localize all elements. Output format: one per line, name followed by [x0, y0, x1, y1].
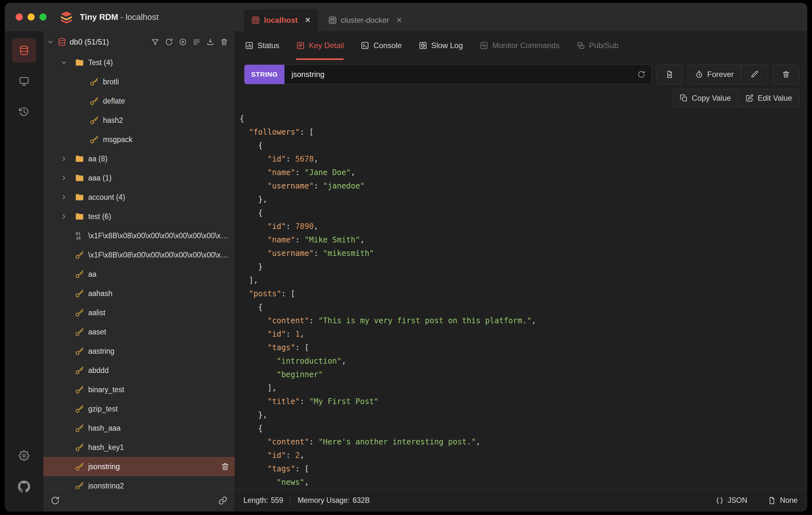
tab-status[interactable]: Status [245, 31, 279, 60]
tree-key-gzip-test[interactable]: gzip_test [43, 399, 235, 419]
view-as-select[interactable]: JSON [716, 496, 747, 505]
json-line: }, [239, 408, 807, 422]
chevron-right-icon[interactable] [59, 193, 75, 201]
database-label: db0 (51/51) [69, 37, 109, 47]
chevron-right-icon[interactable] [59, 212, 75, 220]
key-browser-panel: db0 (51/51) Test (4)brotlideflatehash2ms… [43, 31, 235, 512]
tab-pub-sub[interactable]: Pub/Sub [576, 31, 619, 60]
filter-button[interactable] [151, 38, 160, 46]
tab-key-detail[interactable]: Key Detail [296, 31, 344, 60]
connection-tab-cluster-docker[interactable]: cluster-docker✕ [321, 9, 409, 31]
list-view-icon [193, 38, 201, 46]
tree-key-brotli[interactable]: brotli [43, 72, 235, 91]
tree-key-aalist[interactable]: aalist [43, 303, 235, 322]
tree-folder-aaa-1[interactable]: aaa (1) [43, 168, 235, 188]
tree-folder-test-6[interactable]: test (6) [43, 207, 235, 226]
json-line: { [239, 139, 807, 152]
pubsub-icon [576, 41, 585, 50]
tree-key-aa[interactable]: aa [43, 264, 235, 284]
tree-item-label: Test (4) [88, 58, 230, 67]
tab-monitor-commands[interactable]: Monitor Commands [480, 31, 559, 60]
json-line: "id": 5678, [239, 152, 807, 166]
tree-key-msgpack[interactable]: msgpack [43, 130, 235, 149]
monitor-icon [19, 76, 29, 87]
decode-select[interactable]: None [768, 496, 798, 505]
chevron-right-icon[interactable] [59, 174, 75, 182]
key-name-value: jsonstring [291, 70, 637, 79]
copy-value-button[interactable]: Copy Value [672, 89, 738, 108]
edit-value-button[interactable]: Edit Value [738, 89, 800, 108]
tree-item-label: deflate [103, 97, 230, 106]
tree-key-hash2[interactable]: hash2 [43, 111, 235, 130]
delete-key-icon[interactable] [221, 462, 230, 471]
tree-key-aastring[interactable]: aastring [43, 342, 235, 361]
tree-item-label: jsonstring [88, 462, 218, 471]
tree-item-label: aastring [88, 347, 230, 355]
chevron-down-icon[interactable] [59, 59, 75, 66]
tree-item-label: binary_test [88, 385, 230, 394]
key-toolbar: STRING jsonstring Forever [235, 64, 807, 84]
ttl-label: Forever [707, 70, 734, 79]
reload-keys-button[interactable] [50, 496, 60, 505]
list-view-button[interactable] [193, 38, 201, 46]
tree-item-label: aa [88, 270, 230, 279]
delete-key-button[interactable] [773, 64, 800, 84]
memory-status: Memory Usage: 632B [298, 496, 370, 505]
tree-key-aaset[interactable]: aaset [43, 322, 235, 342]
tab-close-icon[interactable]: ✕ [304, 16, 311, 24]
connection-tab-localhost[interactable]: localhost✕ [244, 9, 318, 31]
minimize-window-button[interactable] [28, 13, 35, 21]
tree-folder-account-4[interactable]: account (4) [43, 188, 235, 207]
tree-key-x1f-x8b-x08-x00-x00-x00-x00-[interactable]: \x1F\x8B\x08\x00\x00\x00\x00\x00\x00\x03… [43, 245, 235, 264]
tree-key-jsonstring2[interactable]: jsonstring2 [43, 476, 235, 489]
ttl-button[interactable]: Forever [688, 64, 741, 84]
zoom-window-button[interactable] [39, 13, 47, 21]
tab-console[interactable]: Console [360, 31, 402, 60]
folder-icon [75, 212, 84, 221]
key-name-field[interactable]: STRING jsonstring [244, 64, 651, 84]
github-icon [18, 480, 30, 492]
database-icon [57, 37, 66, 47]
tab-slow-log[interactable]: Slow Log [418, 31, 463, 60]
tree-key-deflate[interactable]: deflate [43, 91, 235, 111]
database-header[interactable]: db0 (51/51) [43, 31, 235, 53]
tree-folder-aa-8[interactable]: aa (8) [43, 149, 235, 168]
key-icon [75, 250, 84, 260]
rail-server-button[interactable] [12, 69, 36, 93]
refresh-icon [165, 38, 173, 46]
tree-key-hash-aaa[interactable]: hash_aaa [43, 419, 235, 438]
add-button[interactable] [179, 38, 187, 46]
tree-key-binary-test[interactable]: binary_test [43, 380, 235, 399]
rail-database-button[interactable] [12, 38, 36, 62]
ttl-group: Forever [688, 64, 768, 84]
tree-item-label: \x1F\x8B\x08\x00\x00\x00\x00\x00\x00\x03… [88, 231, 230, 240]
chevron-down-icon [60, 59, 68, 66]
rail-settings-button[interactable] [12, 444, 36, 468]
tree-key-jsonstring[interactable]: jsonstring [43, 457, 235, 476]
tree-key-abddd[interactable]: abddd [43, 361, 235, 380]
copy-key-button[interactable] [656, 64, 683, 84]
tree-key-hash-key1[interactable]: hash_key1 [43, 438, 235, 457]
trash-button[interactable] [220, 38, 228, 46]
json-line: "id": 2, [239, 449, 807, 462]
slow-log-icon [418, 41, 428, 50]
chevron-down-icon[interactable] [47, 38, 54, 46]
value-viewer[interactable]: { "followers": [ { "id": 5678, "name": "… [235, 108, 807, 489]
tree-key-aahash[interactable]: aahash [43, 284, 235, 303]
import-button[interactable] [206, 38, 214, 46]
link-button[interactable] [218, 496, 228, 505]
refresh-icon[interactable] [637, 70, 645, 79]
rail-history-button[interactable] [12, 100, 36, 124]
refresh-button[interactable] [165, 38, 173, 46]
chevron-right-icon[interactable] [59, 155, 75, 163]
tree-folder-test-4[interactable]: Test (4) [43, 53, 235, 72]
json-line: { [239, 206, 807, 220]
close-window-button[interactable] [16, 13, 23, 21]
tab-close-icon[interactable]: ✕ [396, 16, 402, 24]
braces-icon [716, 496, 724, 505]
tree-key-x1f-x8b-x08-x00-x00-x00-x00-[interactable]: 0110\x1F\x8B\x08\x00\x00\x00\x00\x00\x00… [43, 226, 235, 245]
tab-label: Pub/Sub [589, 41, 619, 50]
length-label: Length: [243, 496, 268, 505]
rename-key-button[interactable] [741, 64, 768, 84]
rail-github-button[interactable] [12, 474, 36, 499]
